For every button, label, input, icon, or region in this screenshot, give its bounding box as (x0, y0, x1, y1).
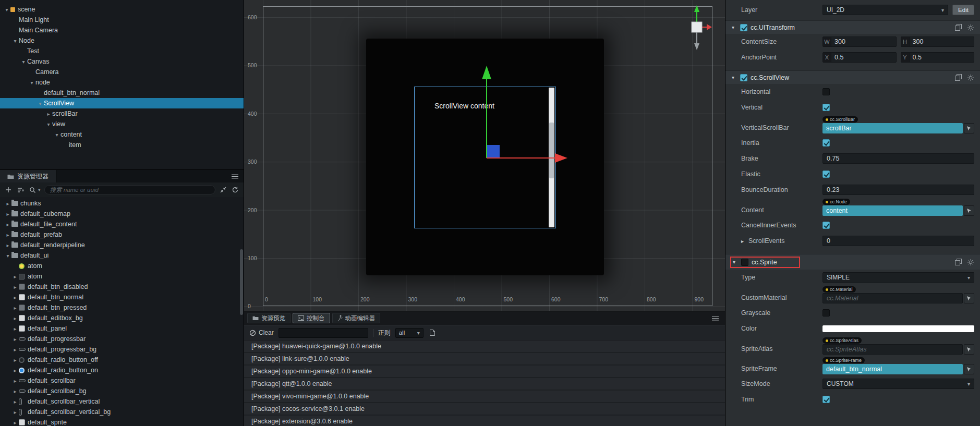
add-asset-button[interactable] (4, 186, 13, 194)
horizontal-checkbox[interactable] (822, 88, 830, 95)
hierarchy-item-main-light[interactable]: Main Light (0, 15, 244, 25)
collapsed-arrow-icon[interactable]: ▸ (741, 238, 746, 244)
asset-item-default-renderpipeline[interactable]: ▸default_renderpipeline (0, 240, 244, 250)
layer-edit-button[interactable]: Edit (952, 5, 974, 15)
asset-item-default-radio-button-off[interactable]: ▸default_radio_button_off (0, 355, 244, 365)
layer-select[interactable]: UI_2D ▾ (822, 5, 948, 15)
expanded-arrow-icon[interactable]: ▾ (37, 101, 44, 106)
gear-icon[interactable] (967, 24, 974, 31)
collapsed-arrow-icon[interactable]: ▸ (11, 388, 19, 394)
bounceduration-input[interactable]: 0.23 (822, 185, 974, 195)
vertical-checkbox[interactable] (822, 104, 830, 111)
hierarchy-item-content[interactable]: ▾content (0, 129, 244, 140)
pick-asset-button[interactable] (964, 293, 974, 303)
expanded-arrow-icon[interactable]: ▾ (4, 253, 11, 259)
hierarchy-item-scrollview[interactable]: ▾ScrollView (0, 98, 244, 108)
collapsed-arrow-icon[interactable]: ▸ (11, 378, 19, 384)
asset-search-input[interactable] (44, 185, 215, 194)
log-row[interactable]: [Package] cocos-service@3.0.1 enable (244, 403, 725, 416)
anchor-y-field[interactable]: Y 0.5 (901, 52, 975, 63)
hierarchy-item-item[interactable]: item (0, 140, 244, 150)
transform-gizmo[interactable] (244, 0, 725, 311)
sort-assets-button[interactable] (16, 186, 25, 194)
width-field[interactable]: W 300 (822, 36, 897, 47)
collapsed-arrow-icon[interactable]: ▸ (4, 232, 11, 238)
asset-item-default-panel[interactable]: ▸default_panel (0, 323, 244, 334)
asset-item-default-scrollbar-bg[interactable]: ▸default_scrollbar_bg (0, 386, 244, 396)
asset-item-default-sprite[interactable]: ▸default_sprite (0, 417, 244, 426)
pick-asset-button[interactable] (964, 344, 974, 355)
log-row[interactable]: [Package] qtt@1.0.0 enable (244, 378, 725, 391)
search-filter-caret-icon[interactable]: ▾ (38, 187, 41, 192)
tab-console[interactable]: 控制台 (293, 313, 330, 323)
inertia-checkbox[interactable] (822, 139, 830, 147)
expanded-arrow-icon[interactable]: ▾ (28, 80, 35, 86)
asset-item-default-progressbar-bg[interactable]: ▸default_progressbar_bg (0, 344, 244, 355)
expanded-arrow-icon[interactable]: ▾ (11, 38, 19, 44)
custommaterial-ref-field[interactable]: cc.Material (822, 293, 963, 303)
trim-checkbox[interactable] (822, 396, 830, 403)
collapsed-arrow-icon[interactable]: ▸ (11, 315, 19, 321)
log-row[interactable]: [Package] extension@3.0.6 enable (244, 416, 725, 426)
assets-scrollbar[interactable] (240, 249, 243, 315)
export-log-button[interactable] (428, 328, 437, 337)
spriteatlas-ref-field[interactable]: cc.SpriteAtlas (822, 344, 963, 355)
hierarchy-item-default-btn-normal[interactable]: default_btn_normal (0, 88, 244, 98)
console-filter-input[interactable] (279, 328, 368, 338)
collapsed-arrow-icon[interactable]: ▸ (11, 399, 19, 405)
uitransform-enabled-checkbox[interactable] (740, 24, 747, 31)
asset-item-default-prefab[interactable]: ▸default_prefab (0, 229, 244, 240)
collapsed-arrow-icon[interactable]: ▸ (11, 305, 19, 311)
asset-item-default-progressbar[interactable]: ▸default_progressbar (0, 334, 244, 344)
collapsed-arrow-icon[interactable]: ▸ (45, 111, 52, 117)
spriteframe-ref-field[interactable]: default_btn_normal (822, 364, 963, 374)
collapsed-arrow-icon[interactable]: ▸ (4, 211, 11, 217)
clear-console-button[interactable]: Clear (249, 329, 274, 336)
log-row[interactable]: [Package] link-sure@1.0.0 enable (244, 353, 725, 366)
log-row[interactable]: [Package] vivo-mini-game@1.0.0 enable (244, 391, 725, 403)
expand-arrow-icon[interactable]: ▾ (733, 259, 738, 265)
search-icon[interactable] (28, 186, 37, 194)
anchor-handle[interactable] (487, 145, 500, 158)
asset-item-default-editbox-bg[interactable]: ▸default_editbox_bg (0, 313, 244, 323)
collapsed-arrow-icon[interactable]: ▸ (11, 409, 19, 415)
docs-icon[interactable] (955, 24, 962, 31)
collapsed-arrow-icon[interactable]: ▸ (11, 274, 19, 279)
asset-item-default-btn-disabled[interactable]: ▸default_btn_disabled (0, 282, 244, 292)
collapsed-arrow-icon[interactable]: ▸ (11, 347, 19, 352)
asset-item-default-btn-pressed[interactable]: ▸default_btn_pressed (0, 302, 244, 313)
regex-toggle[interactable]: 正则 (378, 328, 391, 337)
hierarchy-item-view[interactable]: ▾view (0, 119, 244, 129)
collapsed-arrow-icon[interactable]: ▸ (11, 295, 19, 300)
collapsed-arrow-icon[interactable]: ▸ (11, 326, 19, 332)
assets-panel-tab[interactable]: 资源管理器 (0, 170, 56, 182)
collapsed-arrow-icon[interactable]: ▸ (11, 420, 19, 425)
asset-item-default-btn-normal[interactable]: ▸default_btn_normal (0, 292, 244, 302)
hierarchy-item-scene[interactable]: ▾scene (0, 4, 244, 15)
collapsed-arrow-icon[interactable]: ▸ (4, 242, 11, 248)
asset-item-default-scrollbar[interactable]: ▸default_scrollbar (0, 375, 244, 386)
collapsed-arrow-icon[interactable]: ▸ (11, 368, 19, 373)
hierarchy-item-node[interactable]: ▾Node (0, 35, 244, 46)
content-ref-field[interactable]: content (822, 205, 963, 216)
expanded-arrow-icon[interactable]: ▾ (53, 132, 61, 138)
sizemode-select[interactable]: CUSTOM ▾ (822, 379, 974, 389)
collapsed-arrow-icon[interactable]: ▸ (11, 284, 19, 290)
tab-animation-editor[interactable]: 动画编辑器 (332, 313, 381, 323)
pick-node-button[interactable] (964, 205, 974, 216)
gear-icon[interactable] (967, 74, 974, 81)
vertical-scrollbar-ref-field[interactable]: scrollBar (822, 123, 963, 133)
pick-asset-button[interactable] (964, 364, 974, 374)
expanded-arrow-icon[interactable]: ▾ (20, 59, 27, 65)
hierarchy-item-canvas[interactable]: ▾Canvas (0, 56, 244, 67)
expand-arrow-icon[interactable]: ▾ (732, 75, 737, 80)
expanded-arrow-icon[interactable]: ▾ (45, 121, 52, 127)
sprite-enabled-checkbox[interactable] (741, 259, 748, 266)
pick-node-button[interactable] (964, 123, 974, 133)
collapsed-arrow-icon[interactable]: ▸ (4, 201, 11, 206)
gear-icon[interactable] (967, 259, 974, 266)
gizmo-center-cube[interactable] (692, 22, 702, 32)
elastic-checkbox[interactable] (822, 171, 830, 178)
docs-icon[interactable] (955, 259, 962, 265)
collapsed-arrow-icon[interactable]: ▸ (11, 357, 19, 363)
